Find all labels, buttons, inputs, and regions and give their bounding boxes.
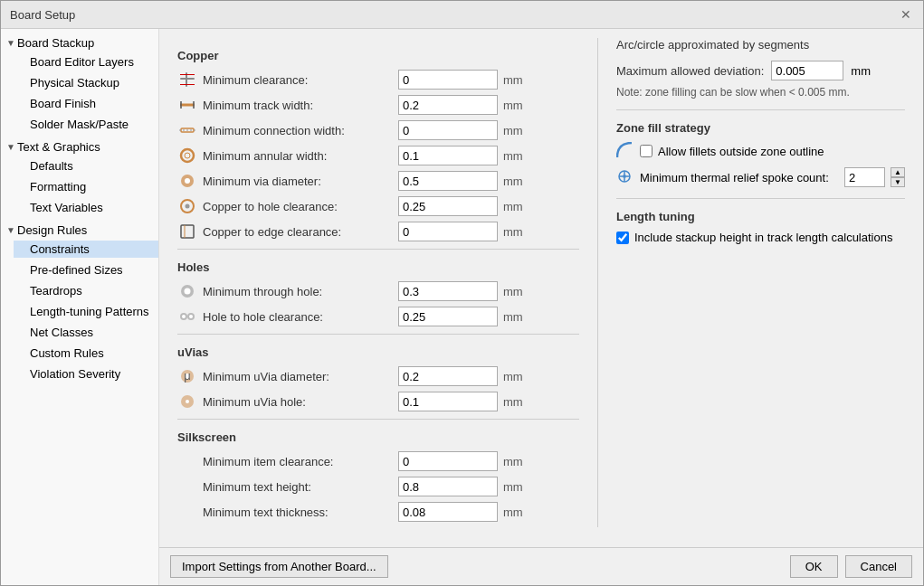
sidebar-item-board-finish[interactable]: Board Finish bbox=[14, 93, 158, 114]
sidebar-item-net-classes[interactable]: Net Classes bbox=[14, 322, 158, 343]
main-panel: Copper Minimum clearance: mm bbox=[159, 29, 923, 585]
min-annular-width-icon bbox=[177, 146, 197, 165]
field-label-min-track-width: Minimum track width: bbox=[203, 99, 393, 112]
close-button[interactable]: ✕ bbox=[898, 6, 914, 23]
sidebar-item-board-editor-layers[interactable]: Board Editor Layers bbox=[14, 52, 158, 72]
field-row-min-text-thickness: Minimum text thickness: mm bbox=[177, 502, 579, 522]
svg-rect-2 bbox=[180, 74, 195, 75]
svg-rect-15 bbox=[181, 225, 194, 238]
field-input-min-clearance[interactable] bbox=[398, 70, 498, 90]
cancel-button[interactable]: Cancel bbox=[845, 555, 912, 578]
field-input-min-via-diameter[interactable] bbox=[398, 171, 498, 191]
field-input-min-annular-width[interactable] bbox=[398, 146, 498, 165]
hole-hole-clearance-icon bbox=[177, 307, 197, 326]
sidebar-item-length-tuning[interactable]: Length-tuning Patterns bbox=[14, 301, 158, 322]
field-row-min-via-diameter: Minimum via diameter: mm bbox=[177, 171, 579, 191]
field-row-min-uvia-diameter: μ Minimum uVia diameter: mm bbox=[177, 366, 579, 386]
field-row-min-uvia-hole: Minimum uVia hole: mm bbox=[177, 392, 579, 411]
field-label-min-via-diameter: Minimum via diameter: bbox=[203, 175, 393, 188]
sidebar-item-label: Board Stackup bbox=[17, 36, 94, 50]
svg-point-9 bbox=[181, 149, 194, 162]
main-content: ▼ Board Stackup Board Editor Layers Phys… bbox=[1, 29, 923, 585]
field-label-min-text-thickness: Minimum text thickness: bbox=[203, 506, 393, 519]
sidebar-item-violation-severity[interactable]: Violation Severity bbox=[14, 364, 158, 384]
sidebar-item-pre-defined-sizes[interactable]: Pre-defined Sizes bbox=[14, 260, 158, 280]
sidebar-children-board-stackup: Board Editor Layers Physical Stackup Boa… bbox=[1, 52, 158, 135]
field-label-min-clearance: Minimum clearance: bbox=[203, 73, 393, 87]
sidebar-item-constraints[interactable]: Constraints bbox=[14, 239, 158, 260]
field-unit-min-clearance: mm bbox=[503, 73, 530, 87]
arc-deviation-row: Maximum allowed deviation: mm bbox=[616, 61, 905, 80]
zone-length-separator bbox=[616, 198, 905, 199]
length-section-title: Length tuning bbox=[616, 210, 905, 223]
field-unit-min-text-height: mm bbox=[503, 480, 530, 494]
arc-deviation-input[interactable] bbox=[771, 61, 843, 80]
min-spoke-input[interactable] bbox=[844, 167, 885, 187]
field-row-min-item-clearance: Minimum item clearance: mm bbox=[177, 451, 579, 471]
svg-point-29 bbox=[623, 175, 626, 178]
field-input-min-uvia-diameter[interactable] bbox=[398, 366, 498, 386]
field-input-min-text-height[interactable] bbox=[398, 477, 498, 496]
field-input-min-through-hole[interactable] bbox=[398, 281, 498, 301]
sidebar-section-design-rules[interactable]: ▼ Design Rules Constraints Pre-defined S… bbox=[1, 220, 158, 386]
sidebar-section-board-stackup[interactable]: ▼ Board Stackup Board Editor Layers Phys… bbox=[1, 33, 158, 137]
sidebar-item-label: Design Rules bbox=[17, 223, 87, 237]
min-via-diameter-icon bbox=[177, 171, 197, 191]
field-input-min-connection-width[interactable] bbox=[398, 120, 498, 140]
right-column: Arc/circle approximated by segments Maxi… bbox=[597, 38, 905, 527]
svg-point-18 bbox=[185, 288, 191, 295]
field-input-min-track-width[interactable] bbox=[398, 95, 498, 115]
field-label-copper-edge-clearance: Copper to edge clearance: bbox=[203, 225, 393, 239]
min-connection-width-icon bbox=[177, 120, 197, 140]
field-input-hole-hole-clearance[interactable] bbox=[398, 307, 498, 326]
allow-fillets-row: Allow fillets outside zone outline bbox=[616, 142, 905, 160]
spoke-spinner: ▲ ▼ bbox=[891, 167, 905, 187]
svg-point-22 bbox=[189, 315, 193, 318]
allow-fillets-label: Allow fillets outside zone outline bbox=[658, 145, 824, 158]
field-input-min-uvia-hole[interactable] bbox=[398, 392, 498, 411]
holes-uvias-separator bbox=[177, 334, 579, 335]
include-stackup-checkbox[interactable] bbox=[616, 232, 629, 244]
ok-cancel-group: OK Cancel bbox=[790, 555, 912, 578]
svg-point-14 bbox=[186, 204, 190, 209]
bottom-bar: Import Settings from Another Board... OK… bbox=[159, 547, 923, 585]
sidebar-item-formatting[interactable]: Formatting bbox=[14, 176, 158, 197]
field-unit-min-through-hole: mm bbox=[503, 285, 530, 298]
thermal-spoke-icon bbox=[616, 168, 634, 186]
board-setup-window: Board Setup ✕ ▼ Board Stackup Board Edit… bbox=[0, 0, 924, 586]
copper-edge-clearance-icon bbox=[177, 222, 197, 241]
allow-fillets-checkbox[interactable] bbox=[640, 145, 653, 157]
sidebar-item-teardrops[interactable]: Teardrops bbox=[14, 280, 158, 301]
field-unit-min-annular-width: mm bbox=[503, 149, 530, 163]
sidebar-item-solder-mask-paste[interactable]: Solder Mask/Paste bbox=[14, 114, 158, 135]
field-row-min-text-height: Minimum text height: mm bbox=[177, 477, 579, 496]
panel-content: Copper Minimum clearance: mm bbox=[159, 29, 923, 547]
field-input-min-item-clearance[interactable] bbox=[398, 451, 498, 471]
svg-point-10 bbox=[185, 153, 190, 158]
min-track-width-icon bbox=[177, 95, 197, 115]
spoke-increment-button[interactable]: ▲ bbox=[891, 167, 905, 177]
sidebar-item-physical-stackup[interactable]: Physical Stackup bbox=[14, 72, 158, 93]
spoke-decrement-button[interactable]: ▼ bbox=[891, 177, 905, 187]
sidebar-item-text-variables[interactable]: Text Variables bbox=[14, 197, 158, 218]
min-spoke-label: Minimum thermal relief spoke count: bbox=[640, 171, 839, 184]
sidebar-item-defaults[interactable]: Defaults bbox=[14, 156, 158, 176]
field-unit-min-text-thickness: mm bbox=[503, 506, 530, 519]
sidebar-item-custom-rules[interactable]: Custom Rules bbox=[14, 343, 158, 364]
field-input-copper-hole-clearance[interactable] bbox=[398, 196, 498, 216]
ok-button[interactable]: OK bbox=[790, 555, 838, 578]
field-row-copper-edge-clearance: Copper to edge clearance: mm bbox=[177, 222, 579, 241]
field-input-min-text-thickness[interactable] bbox=[398, 502, 498, 522]
field-row-min-annular-width: Minimum annular width: mm bbox=[177, 146, 579, 165]
field-label-min-through-hole: Minimum through hole: bbox=[203, 285, 393, 298]
zone-section-title: Zone fill strategy bbox=[616, 121, 905, 135]
silkscreen-section-title: Silkscreen bbox=[177, 430, 579, 444]
expand-icon: ▼ bbox=[5, 142, 17, 152]
min-spoke-row: Minimum thermal relief spoke count: ▲ ▼ bbox=[616, 167, 905, 187]
field-label-copper-hole-clearance: Copper to hole clearance: bbox=[203, 200, 393, 213]
copper-hole-clearance-icon bbox=[177, 196, 197, 216]
field-unit-copper-edge-clearance: mm bbox=[503, 225, 530, 239]
import-settings-button[interactable]: Import Settings from Another Board... bbox=[170, 555, 388, 578]
field-input-copper-edge-clearance[interactable] bbox=[398, 222, 498, 241]
sidebar-section-text-graphics[interactable]: ▼ Text & Graphics Defaults Formatting Te… bbox=[1, 137, 158, 220]
